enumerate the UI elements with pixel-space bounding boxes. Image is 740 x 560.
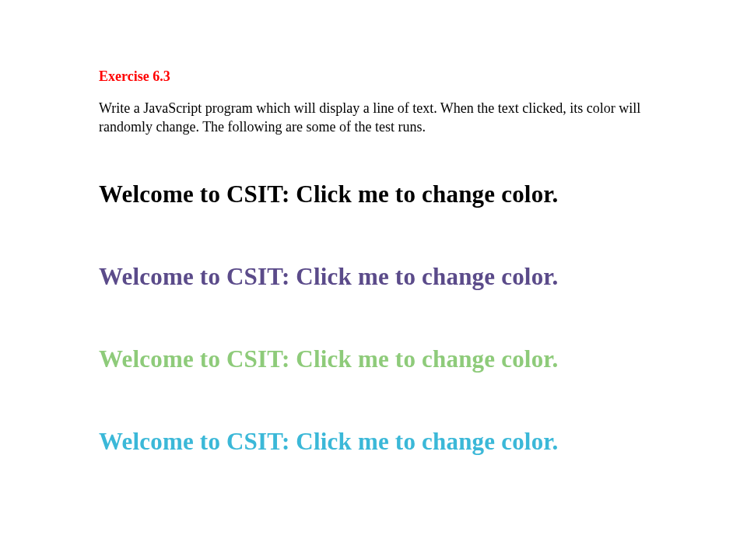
sample-text-4: Welcome to CSIT: Click me to change colo… xyxy=(99,428,740,456)
exercise-description: Write a JavaScript program which will di… xyxy=(99,99,644,137)
sample-text-2: Welcome to CSIT: Click me to change colo… xyxy=(99,263,740,291)
sample-text-1: Welcome to CSIT: Click me to change colo… xyxy=(99,180,740,208)
exercise-title: Exercise 6.3 xyxy=(99,68,740,85)
sample-text-3: Welcome to CSIT: Click me to change colo… xyxy=(99,345,740,373)
